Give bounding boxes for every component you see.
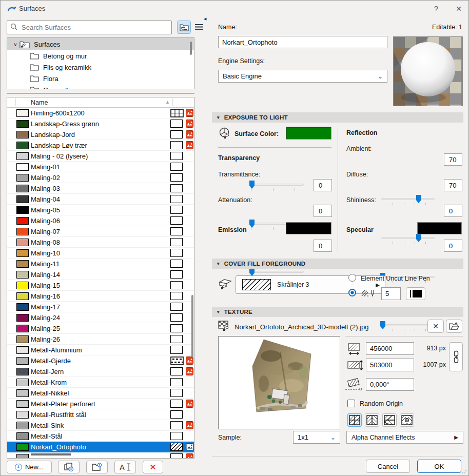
- alpha-channel-effects-button[interactable]: Alpha Channel Effects ▶: [346, 431, 463, 444]
- list-item[interactable]: Norkart_Ortophoto: [7, 442, 194, 452]
- tree-view-toggle[interactable]: [177, 21, 191, 34]
- list-item[interactable]: Landskap-Jord: [7, 129, 194, 140]
- specular-value[interactable]: 0: [444, 240, 462, 252]
- delete-icon: ✕: [150, 463, 157, 472]
- list-item[interactable]: Maling-25: [7, 323, 194, 334]
- list-item[interactable]: Landskap-Gress grønn: [7, 118, 194, 129]
- browse-texture-button[interactable]: [446, 320, 462, 333]
- tree-folder-item[interactable]: Betong og mur: [7, 50, 194, 62]
- ambient-value[interactable]: 70: [444, 153, 462, 166]
- delete-surface-button[interactable]: ✕: [143, 461, 163, 473]
- list-item[interactable]: Maling - 02 (lysere): [7, 151, 194, 162]
- tree-expand-icon[interactable]: ∨: [11, 42, 19, 47]
- list-item[interactable]: Metall-Jern: [7, 366, 194, 377]
- surface-name: Maling-11: [31, 260, 60, 268]
- list-scrollbar-thumb[interactable]: [191, 295, 193, 358]
- list-item[interactable]: Maling-16: [7, 291, 194, 302]
- list-item[interactable]: Metall-Gjerde: [7, 355, 194, 366]
- random-origin-checkbox[interactable]: [347, 400, 355, 407]
- pen-number-input[interactable]: [381, 287, 401, 300]
- list-item[interactable]: Maling-17: [7, 302, 194, 312]
- list-item[interactable]: Maling-11: [7, 259, 194, 269]
- list-item-partial[interactable]: [7, 452, 194, 459]
- list-item[interactable]: Maling-14: [7, 269, 194, 280]
- mirror-y-button[interactable]: [382, 413, 397, 427]
- emission-color-swatch[interactable]: [286, 222, 331, 234]
- mirror-xy-button[interactable]: [400, 413, 414, 427]
- list-item[interactable]: Metall-Sink: [7, 420, 194, 431]
- material-preview[interactable]: [393, 36, 463, 106]
- list-item[interactable]: Metall-Nikkel: [7, 388, 194, 399]
- texture-width-input[interactable]: [366, 342, 414, 355]
- shininess-value[interactable]: 0: [444, 205, 462, 217]
- engine-select[interactable]: Basic Engine ⌄: [218, 70, 387, 83]
- attenuation-label: Attenuation:: [218, 196, 252, 204]
- new-folder-button[interactable]: [86, 461, 108, 473]
- tree-root-surfaces[interactable]: ∨ Surfaces: [7, 38, 194, 50]
- uncut-line-pen-radio[interactable]: [348, 274, 356, 282]
- resize-grip[interactable]: [462, 469, 467, 474]
- surface-name-input[interactable]: [218, 36, 387, 48]
- pen-color-button[interactable]: [406, 287, 425, 300]
- emission-value[interactable]: 0: [314, 240, 332, 252]
- link-proportions-button[interactable]: [449, 342, 463, 371]
- panel-splitter[interactable]: [7, 93, 194, 94]
- list-item[interactable]: Metall-Stål: [7, 431, 194, 442]
- close-button[interactable]: ✕: [453, 4, 464, 14]
- list-header[interactable]: Name ▲: [7, 97, 194, 108]
- section-cover-fill-header[interactable]: ▾ COVER FILL FOREGROUND: [212, 259, 463, 269]
- cancel-button[interactable]: Cancel: [366, 460, 410, 473]
- diffuse-value[interactable]: 70: [444, 179, 462, 191]
- section-texture-header[interactable]: ▾ TEXTURE: [212, 307, 463, 317]
- tree-scrollbar-thumb[interactable]: [190, 42, 192, 55]
- ambient-slider[interactable]: [381, 193, 441, 207]
- remove-texture-button[interactable]: ✕: [427, 320, 444, 333]
- mirror-x-button[interactable]: [365, 413, 379, 427]
- list-item[interactable]: Maling-06: [7, 215, 194, 226]
- section-exposure-header[interactable]: ▾ EXPOSURE TO LIGHT: [212, 112, 463, 123]
- list-view-toggle[interactable]: [192, 21, 206, 34]
- splitter-collapse-icon[interactable]: ◀: [204, 17, 206, 21]
- list-item[interactable]: Metall-Rustfritt stål: [7, 409, 194, 420]
- list-item[interactable]: Maling-03: [7, 183, 194, 194]
- list-item[interactable]: Maling-26: [7, 334, 194, 345]
- new-surface-button[interactable]: + New...: [7, 461, 52, 473]
- rename-button[interactable]: A: [114, 461, 136, 473]
- list-item[interactable]: Maling-04: [7, 194, 194, 205]
- tile-no-mirror-button[interactable]: [347, 413, 362, 427]
- search-box[interactable]: [7, 21, 172, 34]
- fill-pen-radio[interactable]: [348, 289, 356, 296]
- tree-folder-item[interactable]: Flora: [7, 73, 194, 84]
- help-button[interactable]: ?: [431, 4, 442, 14]
- column-name[interactable]: Name: [31, 99, 48, 106]
- list-item[interactable]: Maling-07: [7, 226, 194, 237]
- texture-height-px: 1007 px: [416, 361, 446, 368]
- attenuation-value[interactable]: 0: [314, 205, 332, 217]
- list-item[interactable]: Landskap-Løv trær: [7, 140, 194, 151]
- list-item[interactable]: Maling-08: [7, 237, 194, 248]
- list-item[interactable]: Maling-24: [7, 312, 194, 323]
- surface-folder-tree[interactable]: ∨ Surfaces Betong og murFlis og keramikk…: [7, 37, 194, 89]
- list-item[interactable]: Maling-15: [7, 280, 194, 291]
- texture-filename: Norkart_Ortofoto_Archicad_3D-modell (2).…: [234, 323, 369, 331]
- transmittance-slider[interactable]: [250, 179, 310, 192]
- list-item[interactable]: Maling-02: [7, 172, 194, 183]
- list-item[interactable]: Maling-01: [7, 162, 194, 172]
- tree-folder-item[interactable]: Generelt: [7, 84, 194, 89]
- list-item[interactable]: Maling-10: [7, 248, 194, 259]
- list-item[interactable]: Maling-05: [7, 205, 194, 215]
- list-item[interactable]: Metall-Krom: [7, 377, 194, 388]
- ok-button[interactable]: OK: [417, 460, 461, 473]
- transmittance-value[interactable]: 0: [314, 179, 332, 191]
- list-item[interactable]: Himling-600x1200: [7, 108, 194, 118]
- surface-color-swatch[interactable]: [286, 127, 331, 140]
- list-item[interactable]: Metall-Aluminium: [7, 345, 194, 355]
- search-input[interactable]: [21, 23, 168, 32]
- tree-folder-item[interactable]: Flis og keramikk: [7, 62, 194, 73]
- texture-height-input[interactable]: [366, 359, 414, 371]
- texture-rotation-input[interactable]: [366, 378, 414, 391]
- sample-select[interactable]: 1x1 ⌄: [293, 431, 340, 444]
- list-item[interactable]: Metall-Plater perforert: [7, 399, 194, 409]
- specular-color-swatch[interactable]: [417, 222, 462, 234]
- duplicate-surface-button[interactable]: [58, 461, 80, 473]
